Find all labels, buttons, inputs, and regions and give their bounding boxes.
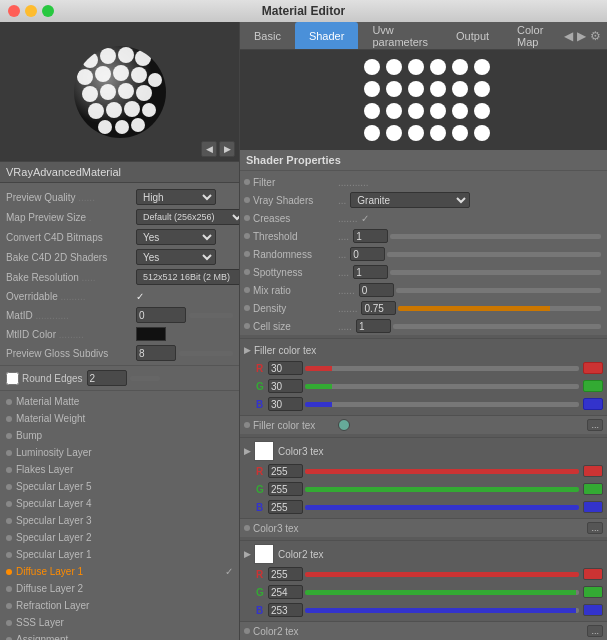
close-button[interactable] [8, 5, 20, 17]
r-end-button[interactable] [583, 568, 603, 580]
layer-specular4[interactable]: Specular Layer 4 [0, 495, 239, 512]
color2-label: Color2 tex [278, 549, 603, 560]
layer-specular3[interactable]: Specular Layer 3 [0, 512, 239, 529]
layer-diffuse1[interactable]: Diffuse Layer 1 ✓ [0, 563, 239, 580]
tab-colormap[interactable]: Color Map [503, 22, 564, 49]
layer-label: Specular Layer 4 [16, 498, 92, 509]
b-end-button[interactable] [583, 501, 603, 513]
shader-props-title: Shader Properties [240, 150, 607, 171]
round-edges-input[interactable] [87, 370, 127, 386]
properties-section: Preview Quality ...... High Map Preview … [0, 183, 239, 640]
color2-tex-more-button[interactable]: ... [587, 625, 603, 637]
zoom-button[interactable] [42, 5, 54, 17]
color3-b-input[interactable] [268, 500, 303, 514]
randomness-input[interactable] [350, 247, 385, 261]
layer-specular1[interactable]: Specular Layer 1 [0, 546, 239, 563]
color2-r-input[interactable] [268, 567, 303, 581]
dot [452, 103, 468, 119]
cell-size-input[interactable] [356, 319, 391, 333]
bake-c4d-select[interactable]: Yes [136, 249, 216, 265]
dot [364, 125, 380, 141]
layer-specular5[interactable]: Specular Layer 5 [0, 478, 239, 495]
g-end-button[interactable] [583, 380, 603, 392]
filler-tex-more-button[interactable]: ... [587, 419, 603, 431]
overridable-label: Overridable ......... [6, 291, 136, 302]
nav-right-icon[interactable]: ▶ [577, 29, 586, 43]
color2-tex-dot-icon [244, 628, 250, 634]
filler-color-header: ▶ Filler color tex [240, 341, 607, 359]
dot [452, 81, 468, 97]
g-end-button[interactable] [583, 586, 603, 598]
overridable-row: Overridable ......... ✓ [0, 287, 239, 305]
layer-dot-icon [6, 467, 12, 473]
gloss-subdivs-input[interactable] [136, 345, 176, 361]
density-input[interactable] [361, 301, 396, 315]
spottyness-label: Spottyness [253, 267, 338, 278]
color3-swatch[interactable] [254, 441, 274, 461]
color3-g-input[interactable] [268, 482, 303, 496]
minimize-button[interactable] [25, 5, 37, 17]
tab-basic[interactable]: Basic [240, 22, 295, 49]
layer-label: Material Matte [16, 396, 79, 407]
layer-refraction[interactable]: Refraction Layer [0, 597, 239, 614]
layer-material-weight[interactable]: Material Weight [0, 410, 239, 427]
layer-flakes[interactable]: Flakes Layer [0, 461, 239, 478]
matid-input[interactable] [136, 307, 186, 323]
svg-point-2 [82, 52, 98, 68]
nav-left-icon[interactable]: ◀ [564, 29, 573, 43]
layer-bump[interactable]: Bump [0, 427, 239, 444]
expand-arrow-icon[interactable]: ▶ [244, 345, 251, 355]
layer-luminosity[interactable]: Luminosity Layer [0, 444, 239, 461]
filler-tex-color-dot[interactable] [338, 419, 350, 431]
filler-b-input[interactable] [268, 397, 303, 411]
dot [474, 81, 490, 97]
filler-g-input[interactable] [268, 379, 303, 393]
expand-arrow-icon[interactable]: ▶ [244, 446, 251, 456]
settings-icon[interactable]: ⚙ [590, 29, 601, 43]
preview-toggle-button[interactable]: ◀ [201, 141, 217, 157]
round-edges-checkbox[interactable] [6, 372, 19, 385]
g-label: G [256, 484, 268, 495]
layer-dot-icon [6, 484, 12, 490]
layer-sss[interactable]: SSS Layer [0, 614, 239, 631]
r-end-button[interactable] [583, 362, 603, 374]
left-panel: ◀ ▶ VRayAdvancedMaterial Preview Quality… [0, 22, 240, 640]
mtlid-color-swatch[interactable] [136, 327, 166, 341]
svg-point-10 [148, 73, 162, 87]
tab-shader[interactable]: Shader [295, 22, 358, 49]
color3-tex-more-button[interactable]: ... [587, 522, 603, 534]
layer-specular2[interactable]: Specular Layer 2 [0, 529, 239, 546]
filler-r-input[interactable] [268, 361, 303, 375]
matid-label: MatID ............ [6, 310, 136, 321]
color3-r-input[interactable] [268, 464, 303, 478]
vray-shaders-dropdown[interactable]: Granite [350, 192, 470, 208]
color2-b-input[interactable] [268, 603, 303, 617]
bake-c4d-label: Bake C4D 2D Shaders [6, 252, 136, 263]
spottyness-input[interactable] [353, 265, 388, 279]
layer-assignment[interactable]: Assignment [0, 631, 239, 640]
tab-uvw[interactable]: Uvw parameters [358, 22, 442, 49]
g-end-button[interactable] [583, 483, 603, 495]
layer-diffuse2[interactable]: Diffuse Layer 2 [0, 580, 239, 597]
threshold-input[interactable] [353, 229, 388, 243]
preview-quality-select[interactable]: High [136, 189, 216, 205]
b-end-button[interactable] [583, 604, 603, 616]
color3-tex-label: Color3 tex [253, 523, 338, 534]
expand-arrow-icon[interactable]: ▶ [244, 549, 251, 559]
mix-ratio-input[interactable] [359, 283, 394, 297]
preview-settings-button[interactable]: ▶ [219, 141, 235, 157]
color2-header: ▶ Color2 tex [240, 543, 607, 565]
layer-dot-icon [6, 586, 12, 592]
tab-output[interactable]: Output [442, 22, 503, 49]
layer-material-matte[interactable]: Material Matte [0, 393, 239, 410]
convert-c4d-select[interactable]: Yes [136, 229, 216, 245]
bake-res-select[interactable]: 512x512 16Bit (2 MB) [136, 269, 239, 285]
density-label: Density [253, 303, 338, 314]
mix-ratio-label: Mix ratio [253, 285, 338, 296]
app-title: Material Editor [262, 4, 345, 18]
color2-swatch[interactable] [254, 544, 274, 564]
color2-g-input[interactable] [268, 585, 303, 599]
r-end-button[interactable] [583, 465, 603, 477]
map-preview-select[interactable]: Default (256x256) [136, 209, 239, 225]
b-end-button[interactable] [583, 398, 603, 410]
